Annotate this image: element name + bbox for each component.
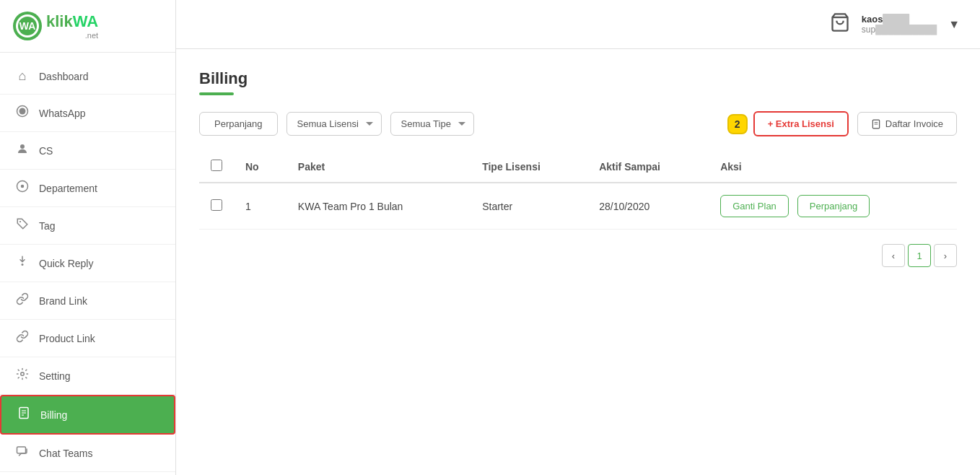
toolbar: Perpanjang Semua Lisensi Semua Tipe 2 + … (199, 111, 957, 136)
col-aksi: Aksi (709, 151, 957, 183)
sidebar-item-label: WhatsApp (39, 108, 86, 119)
col-checkbox (199, 151, 234, 183)
product-link-icon (14, 330, 30, 347)
sidebar-item-label: Chat Teams (39, 448, 92, 459)
sidebar-item-label: Departement (39, 183, 97, 194)
perpanjang-row-button[interactable]: Perpanjang (797, 195, 870, 217)
whatsapp-icon (14, 105, 30, 121)
departement-icon (14, 180, 30, 196)
table-header-row: No Paket Tipe Lisensi Aktif Sampai Aksi (199, 151, 957, 183)
svg-rect-16 (17, 447, 26, 453)
sidebar-item-chat-teams[interactable]: Chat Teams (0, 435, 175, 472)
row-checkbox-cell (199, 183, 234, 230)
col-no: No (234, 151, 286, 183)
sidebar-item-label: CS (39, 145, 53, 157)
svg-point-11 (21, 372, 25, 376)
logo-brand: klikWA (46, 12, 98, 31)
annotation-badge-2: 2 (727, 114, 748, 134)
pagination: ‹ 1 › (199, 244, 957, 267)
sidebar-item-quick-reply[interactable]: Quick Reply (0, 245, 175, 282)
svg-text:WA: WA (19, 20, 36, 32)
sidebar: WA klikWA .net ⌂ Dashboard WhatsApp (0, 0, 176, 475)
logo-wa: WA (73, 12, 98, 30)
tipe-filter[interactable]: Semua Tipe (390, 112, 474, 136)
dashboard-icon: ⌂ (14, 69, 30, 84)
daftar-invoice-button[interactable]: Daftar Invoice (857, 112, 957, 136)
cart-icon[interactable] (830, 12, 850, 37)
extra-lisensi-button[interactable]: + Extra Lisensi (753, 111, 849, 136)
cs-icon (14, 142, 30, 159)
lisensi-filter[interactable]: Semua Lisensi (286, 112, 382, 136)
col-tipe-lisensi: Tipe Lisensi (471, 151, 587, 183)
sidebar-item-setting[interactable]: Setting (0, 357, 175, 395)
row-aksi: Ganti Plan Perpanjang (709, 183, 957, 230)
quick-reply-icon (14, 255, 30, 271)
table-row: 1 KWA Team Pro 1 Bulan Starter 28/10/202… (199, 183, 957, 230)
logo: WA klikWA .net (12, 10, 98, 42)
row-no: 1 (234, 183, 286, 230)
page-title: Billing (199, 69, 957, 88)
sidebar-item-product-link[interactable]: Product Link (0, 320, 175, 357)
sidebar-item-label: Brand Link (39, 295, 87, 307)
sidebar-item-dashboard[interactable]: ⌂ Dashboard (0, 58, 175, 95)
logo-klik: klik (46, 12, 73, 30)
sidebar-item-billing[interactable]: Billing (0, 395, 175, 435)
chat-teams-icon (14, 445, 30, 461)
row-checkbox[interactable] (211, 199, 222, 211)
daftar-invoice-label: Daftar Invoice (885, 118, 943, 129)
title-underline (199, 92, 234, 95)
user-dropdown-arrow[interactable]: ▼ (948, 18, 960, 31)
tag-icon (14, 217, 30, 234)
sidebar-item-label: Dashboard (39, 71, 89, 82)
billing-icon (16, 406, 32, 423)
sidebar-item-whatsapp[interactable]: WhatsApp (0, 95, 175, 132)
ganti-plan-button[interactable]: Ganti Plan (720, 195, 789, 217)
row-aktif-sampai: 28/10/2020 (587, 183, 709, 230)
user-sub: sup██████████ (862, 25, 937, 35)
header-right: kaos████ sup██████████ ▼ (830, 12, 960, 37)
user-info[interactable]: kaos████ sup██████████ (862, 14, 937, 35)
header: kaos████ sup██████████ ▼ (176, 0, 980, 49)
sidebar-item-departement[interactable]: Departement (0, 170, 175, 207)
setting-icon (14, 367, 30, 384)
logo-net: .net (46, 31, 98, 40)
main-content: kaos████ sup██████████ ▼ Billing Perpanj… (176, 0, 980, 475)
pagination-next[interactable]: › (934, 244, 957, 267)
sidebar-item-label: Setting (39, 370, 71, 382)
svg-point-10 (22, 263, 24, 266)
row-tipe-lisensi: Starter (471, 183, 587, 230)
billing-table: No Paket Tipe Lisensi Aktif Sampai Aksi … (199, 151, 957, 230)
pagination-current[interactable]: 1 (908, 244, 931, 267)
svg-point-5 (19, 108, 26, 115)
user-name: kaos████ (862, 14, 909, 25)
extra-lisensi-wrapper: 2 + Extra Lisensi (727, 111, 849, 136)
svg-point-8 (21, 185, 25, 188)
col-paket: Paket (286, 151, 471, 183)
row-paket: KWA Team Pro 1 Bulan (286, 183, 471, 230)
page-content: Billing Perpanjang Semua Lisensi Semua T… (176, 49, 980, 475)
pagination-prev[interactable]: ‹ (882, 244, 905, 267)
sidebar-item-label: Product Link (39, 333, 95, 344)
sidebar-item-label: Tag (39, 220, 56, 232)
select-all-checkbox[interactable] (211, 160, 222, 171)
perpanjang-button[interactable]: Perpanjang (199, 112, 278, 136)
table-header: No Paket Tipe Lisensi Aktif Sampai Aksi (199, 151, 957, 183)
sidebar-nav: ⌂ Dashboard WhatsApp CS Departement (0, 53, 175, 475)
logo-area: WA klikWA .net (0, 0, 175, 53)
sidebar-item-label: Quick Reply (39, 258, 93, 269)
sidebar-item-tag[interactable]: Tag (0, 207, 175, 245)
invoice-icon (871, 119, 881, 129)
logo-icon: WA (12, 10, 43, 42)
table-body: 1 KWA Team Pro 1 Bulan Starter 28/10/202… (199, 183, 957, 230)
sidebar-billing-label: Billing (40, 409, 67, 421)
brand-link-icon (14, 292, 30, 309)
sidebar-item-cs[interactable]: CS (0, 132, 175, 170)
col-aktif-sampai: Aktif Sampai (587, 151, 709, 183)
svg-point-9 (19, 221, 21, 222)
sidebar-item-brand-link[interactable]: Brand Link (0, 282, 175, 320)
svg-point-6 (20, 144, 25, 149)
logo-text: klikWA .net (46, 12, 98, 40)
